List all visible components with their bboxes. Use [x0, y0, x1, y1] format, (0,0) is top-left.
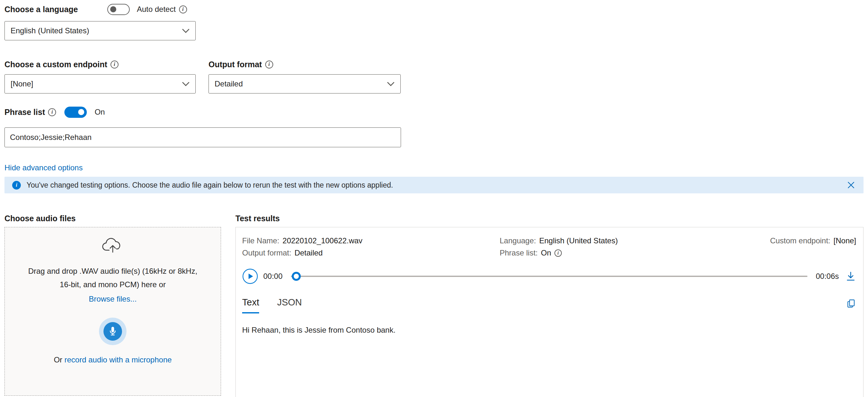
language-label-row: Choose a language Auto detect [4, 4, 864, 15]
custom-endpoint-field: Choose a custom endpoint [None] [4, 59, 196, 94]
banner-message: You've changed testing options. Choose t… [27, 181, 840, 190]
language-dropdown-value: English (United States) [10, 26, 89, 35]
language-dropdown[interactable]: English (United States) [4, 21, 196, 40]
custom-endpoint-field: Custom endpoint: [None] [770, 236, 856, 245]
custom-endpoint-label: Choose a custom endpoint [4, 60, 107, 69]
chevron-down-icon [182, 81, 190, 86]
info-icon[interactable] [265, 61, 273, 68]
chevron-down-icon [182, 29, 190, 33]
audio-and-results-section: Choose audio files Drag and drop .WAV au… [4, 214, 864, 397]
audio-progress-slider[interactable] [291, 271, 807, 282]
dropzone-instructions: Drag and drop .WAV audio file(s) (16kHz … [25, 264, 200, 291]
download-icon[interactable] [845, 271, 856, 282]
language-field: Language: English (United States) [500, 236, 770, 245]
output-format-dropdown-value: Detailed [215, 79, 243, 88]
phrase-list-label: Phrase list [4, 107, 45, 117]
hide-advanced-options-link[interactable]: Hide advanced options [4, 163, 83, 172]
toggle-knob [78, 109, 84, 115]
phrase-list-label: Phrase list: [500, 249, 538, 257]
play-button[interactable] [242, 268, 258, 284]
custom-endpoint-label: Custom endpoint: [770, 236, 830, 245]
output-format-field: Output format Detailed [209, 59, 401, 94]
output-format-dropdown[interactable]: Detailed [209, 74, 401, 94]
custom-endpoint-value: [None] [833, 236, 856, 245]
info-icon[interactable] [111, 61, 119, 68]
record-audio-line: Or record audio with a microphone [5, 355, 221, 364]
auto-detect-toggle[interactable] [107, 4, 130, 15]
microphone-icon [103, 322, 122, 341]
choose-audio-files-section: Choose audio files Drag and drop .WAV au… [4, 214, 221, 397]
transcript-text: Hi Rehaan, this is Jessie from Contoso b… [242, 326, 856, 335]
phrase-list-state: On [94, 107, 105, 117]
tab-text[interactable]: Text [242, 297, 259, 313]
phrase-list-value: On [541, 249, 551, 257]
file-name-label: File Name: [242, 236, 279, 245]
test-results-heading: Test results [236, 214, 864, 223]
chevron-down-icon [387, 81, 395, 86]
info-icon[interactable] [48, 108, 56, 116]
file-name-field: File Name: 20220102_100622.wav [242, 236, 500, 245]
info-icon [12, 181, 21, 190]
phrase-list-input[interactable] [4, 127, 401, 147]
duration-time: 00:06s [816, 272, 839, 281]
record-audio-link[interactable]: record audio with a microphone [64, 355, 172, 364]
language-value: English (United States) [539, 236, 618, 245]
output-format-label: Output format [209, 60, 262, 69]
result-metadata: File Name: 20220102_100622.wav Language:… [242, 236, 856, 257]
language-label: Language: [500, 236, 536, 245]
custom-endpoint-dropdown-value: [None] [10, 79, 33, 88]
info-icon[interactable] [179, 5, 187, 13]
test-results-panel: File Name: 20220102_100622.wav Language:… [236, 227, 864, 397]
slider-track [291, 276, 807, 277]
output-format-field: Output format: Detailed [242, 249, 500, 257]
record-microphone-button[interactable] [99, 318, 126, 345]
audio-dropzone[interactable]: Drag and drop .WAV audio file(s) (16kHz … [4, 227, 221, 396]
browse-files-link[interactable]: Browse files... [89, 295, 136, 303]
slider-thumb[interactable] [292, 272, 301, 281]
test-results-section: Test results File Name: 20220102_100622.… [236, 214, 864, 397]
phrase-list-field: Phrase list: On [500, 249, 770, 257]
info-banner: You've changed testing options. Choose t… [4, 177, 864, 193]
phrase-list-row: Phrase list On [4, 106, 864, 118]
choose-audio-files-heading: Choose audio files [4, 214, 221, 223]
copy-icon[interactable] [846, 298, 856, 309]
close-icon[interactable] [846, 180, 856, 190]
results-tabs-row: Text JSON [242, 297, 856, 313]
results-tabs: Text JSON [242, 297, 302, 313]
cloud-upload-icon [102, 237, 124, 254]
phrase-list-toggle[interactable] [64, 107, 87, 118]
custom-endpoint-dropdown[interactable]: [None] [4, 74, 196, 94]
auto-detect-label: Auto detect [137, 5, 176, 14]
file-name-value: 20220102_100622.wav [282, 236, 363, 245]
audio-player: 00:00 00:06s [242, 268, 856, 284]
toggle-knob [110, 6, 116, 12]
endpoint-format-row: Choose a custom endpoint [None] Output f… [4, 59, 864, 94]
output-format-label: Output format: [242, 249, 291, 257]
tab-json[interactable]: JSON [277, 297, 302, 313]
record-prefix: Or [54, 355, 64, 364]
current-time: 00:00 [263, 272, 282, 281]
info-icon[interactable] [554, 250, 562, 257]
choose-language-label: Choose a language [4, 5, 78, 14]
speech-to-text-test-page: Choose a language Auto detect English (U… [0, 0, 868, 397]
output-format-value: Detailed [294, 249, 322, 257]
